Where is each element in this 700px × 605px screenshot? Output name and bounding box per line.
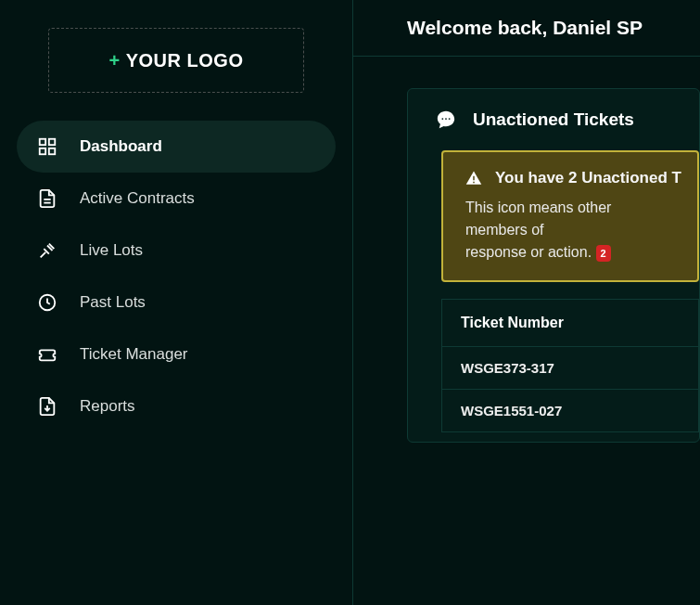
unactioned-card: Unactioned Tickets You have 2 Unactioned…: [407, 88, 700, 443]
card-title: Unactioned Tickets: [473, 109, 634, 130]
count-badge: 2: [596, 245, 611, 263]
sidebar-item-past-lots[interactable]: Past Lots: [17, 277, 336, 328]
svg-point-8: [441, 118, 443, 120]
download-file-icon: [37, 396, 57, 417]
sidebar-item-live-lots[interactable]: Live Lots: [17, 225, 336, 277]
svg-rect-1: [49, 139, 55, 145]
chat-icon: [436, 109, 456, 130]
card-header: Unactioned Tickets: [408, 89, 699, 150]
svg-rect-11: [473, 176, 475, 181]
logo-text: YOUR LOGO: [126, 50, 244, 71]
welcome-text: Welcome back, Daniel SP: [407, 17, 700, 39]
table-row[interactable]: WSGE1551-027: [442, 390, 698, 432]
plus-icon: +: [109, 50, 121, 71]
main: Welcome back, Daniel SP Unactioned Ticke…: [353, 0, 700, 605]
document-icon: [37, 188, 57, 209]
table-header: Ticket Number: [442, 300, 698, 347]
clock-icon: [37, 292, 57, 313]
sidebar-item-label: Active Contracts: [80, 189, 195, 208]
sidebar-item-label: Past Lots: [80, 293, 146, 312]
sidebar-item-active-contracts[interactable]: Active Contracts: [17, 173, 336, 225]
alert-title: You have 2 Unactioned T: [495, 169, 681, 187]
table-row[interactable]: WSGE373-317: [442, 347, 698, 390]
sidebar-item-label: Ticket Manager: [80, 345, 188, 364]
sidebar-item-label: Live Lots: [80, 241, 143, 260]
sidebar: + YOUR LOGO Dashboard Active Contracts L…: [0, 0, 353, 605]
warning-icon: [465, 170, 482, 187]
header: Welcome back, Daniel SP: [353, 0, 700, 57]
svg-rect-3: [49, 148, 55, 154]
dashboard-icon: [37, 136, 57, 157]
sidebar-item-ticket-manager[interactable]: Ticket Manager: [17, 328, 336, 380]
alert-heading: You have 2 Unactioned T: [465, 169, 675, 187]
sidebar-item-dashboard[interactable]: Dashboard: [17, 121, 336, 173]
svg-point-10: [449, 118, 451, 120]
alert-body-line2: response or action.: [465, 244, 592, 260]
logo-upload[interactable]: + YOUR LOGO: [48, 28, 304, 93]
sidebar-item-label: Reports: [80, 397, 135, 416]
svg-rect-12: [473, 182, 475, 184]
tickets-table: Ticket Number WSGE373-317 WSGE1551-027: [441, 299, 699, 432]
svg-point-9: [445, 118, 447, 120]
alert-body: This icon means other members of respons…: [465, 197, 675, 264]
gavel-icon: [37, 240, 57, 261]
unactioned-alert: You have 2 Unactioned T This icon means …: [441, 150, 699, 282]
sidebar-item-label: Dashboard: [80, 137, 162, 156]
svg-rect-2: [40, 148, 45, 154]
ticket-icon: [37, 344, 57, 365]
svg-rect-0: [40, 139, 45, 145]
alert-body-line1: This icon means other members of: [465, 200, 611, 238]
content: Unactioned Tickets You have 2 Unactioned…: [353, 57, 700, 443]
nav: Dashboard Active Contracts Live Lots Pas…: [0, 121, 352, 432]
sidebar-item-reports[interactable]: Reports: [17, 380, 336, 432]
